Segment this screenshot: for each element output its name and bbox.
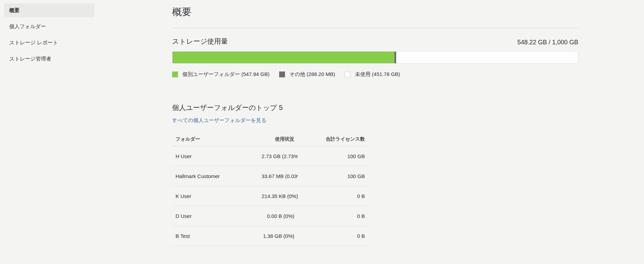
licenses-cell: 0 B (298, 186, 368, 206)
top-folders-heading: 個人ユーザーフォルダーのトップ 5 (172, 103, 578, 112)
storage-usage-summary: 548.22 GB / 1,000 GB (517, 39, 578, 46)
storage-usage-header: ストレージ使用量 548.22 GB / 1,000 GB (172, 37, 578, 46)
usage-cell: 1.38 GB (0%) (258, 226, 298, 246)
legend-item-other: その他 (288.20 MB) (279, 71, 335, 78)
legend-item-user-folders: 個別ユーザーフォルダー (547.94 GB) (172, 71, 270, 78)
table-row: D User 0.00 B (0%) 0 B (172, 206, 368, 226)
storage-usage-bar (172, 51, 578, 64)
legend-swatch-unused (345, 72, 350, 77)
title-divider (172, 28, 578, 28)
sidebar-item-storage-reports[interactable]: ストレージ レポート (4, 36, 94, 50)
storage-usage-heading: ストレージ使用量 (172, 37, 228, 46)
licenses-cell: 0 B (298, 226, 368, 246)
usage-cell: 33.67 MB (0.03%) (258, 166, 298, 186)
table-row: Hallmark Customer 33.67 MB (0.03%) 100 G… (172, 166, 368, 186)
sidebar-item-storage-admins[interactable]: ストレージ管理者 (4, 52, 94, 66)
sidebar-item-personal-folders[interactable]: 個人フォルダー (4, 20, 94, 33)
usage-cell: 2.73 GB (2.73%) (258, 146, 298, 166)
bar-user-folders-segment (172, 52, 394, 63)
licenses-cell: 0 B (298, 206, 368, 226)
table-row: H User 2.73 GB (2.73%) 100 GB (172, 146, 368, 166)
top-folders-table: フォルダー 使用状況 合計ライセンス数 H User 2.73 GB (2.73… (172, 134, 368, 246)
usage-cell: 214.35 KB (0%) (258, 186, 298, 206)
folder-name-cell: K User (172, 186, 258, 206)
legend-label-user-folders: 個別ユーザーフォルダー (547.94 GB) (182, 71, 270, 78)
page-title: 概要 (172, 6, 578, 19)
sidebar-item-overview[interactable]: 概要 (4, 3, 94, 17)
main-content: 概要 ストレージ使用量 548.22 GB / 1,000 GB 個別ユーザーフ… (172, 0, 578, 246)
licenses-cell: 100 GB (298, 146, 368, 166)
table-row: K User 214.35 KB (0%) 0 B (172, 186, 368, 206)
table-header-row: フォルダー 使用状況 合計ライセンス数 (172, 134, 368, 146)
folder-name-cell: Hallmark Customer (172, 166, 258, 186)
column-header-usage: 使用状況 (258, 134, 298, 146)
legend-swatch-other (279, 72, 285, 77)
bar-other-segment (394, 52, 396, 63)
folder-name-cell: H User (172, 146, 258, 166)
usage-legend: 個別ユーザーフォルダー (547.94 GB) その他 (288.20 MB) … (172, 71, 578, 78)
legend-label-unused: 未使用 (451.78 GB) (355, 71, 400, 78)
legend-swatch-user-folders (172, 72, 178, 77)
sidebar: 概要 個人フォルダー ストレージ レポート ストレージ管理者 (4, 3, 94, 68)
column-header-folder: フォルダー (172, 134, 258, 146)
view-all-folders-link[interactable]: すべての個人ユーザーフォルダーを見る (172, 117, 266, 124)
legend-label-other: その他 (288.20 MB) (289, 71, 335, 78)
legend-item-unused: 未使用 (451.78 GB) (345, 71, 400, 78)
licenses-cell: 100 GB (298, 166, 368, 186)
column-header-total-licenses: 合計ライセンス数 (298, 134, 368, 146)
folder-name-cell: B Test (172, 226, 258, 246)
table-row: B Test 1.38 GB (0%) 0 B (172, 226, 368, 246)
usage-cell: 0.00 B (0%) (258, 206, 298, 226)
folder-name-cell: D User (172, 206, 258, 226)
